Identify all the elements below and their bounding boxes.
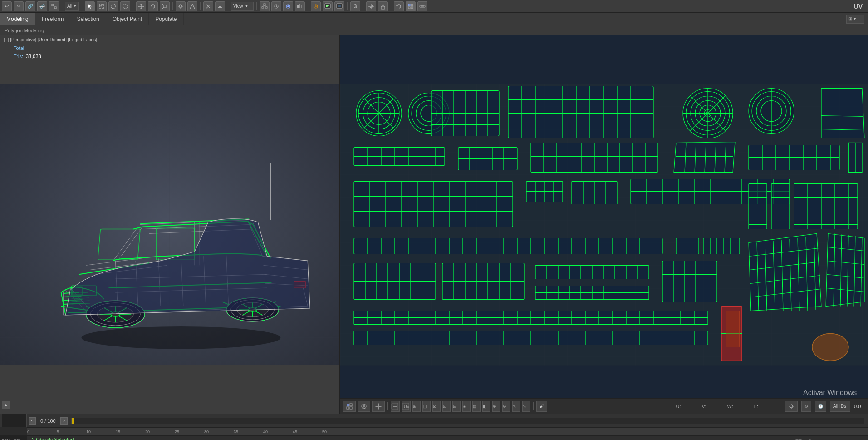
crosshair-button[interactable]	[366, 1, 376, 11]
utilities-button[interactable]	[295, 1, 305, 11]
transform-button[interactable]	[187, 1, 197, 11]
sep-uv3	[780, 402, 780, 410]
redo-button[interactable]: ↪	[14, 1, 24, 11]
svg-line-24	[192, 4, 195, 9]
uv-tool-4[interactable]: ◫	[422, 401, 431, 412]
uv-tool-8[interactable]: ◈	[462, 401, 471, 412]
tab-selection[interactable]: Selection	[70, 13, 106, 25]
refresh-button[interactable]	[394, 1, 404, 11]
ruler-15: 15	[116, 430, 120, 434]
svg-rect-298	[703, 238, 740, 254]
uv-tool-2[interactable]: UV	[402, 401, 411, 412]
uv-brush-btn[interactable]: 🖌	[536, 401, 547, 412]
sound-icon[interactable]: 🔊	[828, 439, 835, 440]
timeline-track[interactable]	[71, 418, 864, 424]
all-ids-button[interactable]: All IDs	[830, 401, 850, 412]
render-to-texture-button[interactable]	[334, 1, 344, 11]
circle-select-button[interactable]	[108, 1, 118, 11]
w-label: W:	[727, 404, 733, 409]
render-button[interactable]	[323, 1, 333, 11]
status-bar: SObject001.m Welcome to M 2 Objects Sele…	[0, 435, 868, 440]
tab-populate[interactable]: Populate	[149, 13, 183, 25]
rect-select-button[interactable]	[97, 1, 107, 11]
status-right: 🔒 🌐 🔊 5:26 PM	[785, 439, 868, 440]
mode-dropdown[interactable]: ⊞ ▼	[846, 15, 864, 24]
uv-tool-1[interactable]	[391, 401, 400, 412]
ruler-50: 50	[322, 430, 327, 434]
align-button[interactable]	[215, 1, 225, 11]
uv-tool-13[interactable]: ✎	[512, 401, 520, 412]
tools-button[interactable]	[417, 1, 427, 11]
grid-button[interactable]	[406, 1, 416, 11]
svg-marker-8	[140, 4, 142, 5]
l-label: L:	[754, 404, 758, 409]
move-button[interactable]	[136, 1, 146, 11]
lock-icon[interactable]: 🔒	[785, 439, 792, 440]
timeline-next-btn[interactable]: >	[60, 417, 68, 425]
network-icon[interactable]: 🌐	[818, 439, 825, 440]
unlink-button[interactable]: 🔗	[37, 1, 47, 11]
rotate-button[interactable]	[148, 1, 158, 11]
timeline-bar: < 0 / 100 >	[0, 414, 868, 427]
svg-marker-53	[396, 5, 398, 7]
display-button[interactable]	[283, 1, 293, 11]
uv-move-btn[interactable]	[372, 401, 385, 412]
uv-select-btn[interactable]	[343, 401, 356, 412]
undo-button[interactable]: ↩	[2, 1, 12, 11]
uv-tool-10[interactable]: ◧	[482, 401, 490, 412]
u-label: U:	[676, 404, 681, 409]
svg-rect-430	[350, 407, 352, 409]
uv-clock-btn[interactable]: 🕐	[815, 401, 826, 412]
uv-tool-12[interactable]: ⊖	[502, 401, 510, 412]
uv-tool-5[interactable]: ⊠	[432, 401, 441, 412]
hierarchy-button[interactable]	[260, 1, 270, 11]
tab-freeform[interactable]: Freeform	[35, 13, 71, 25]
uv-tool-9[interactable]: ▤	[472, 401, 481, 412]
lock-button[interactable]	[378, 1, 388, 11]
uv-settings-btn[interactable]	[785, 401, 798, 412]
sep11	[391, 2, 391, 10]
select-button[interactable]	[85, 1, 95, 11]
view-dropdown[interactable]: View ▼	[231, 2, 254, 11]
scale-button[interactable]	[160, 1, 170, 11]
svg-rect-29	[262, 7, 264, 8]
objects-selected-msg: 2 Objects Selected	[32, 437, 780, 440]
filter-dropdown[interactable]: All ▼	[65, 2, 79, 11]
left-viewport[interactable]: [+] [Perspective] [User Defined] [Edged …	[0, 35, 340, 414]
svg-rect-417	[794, 184, 858, 229]
link-button[interactable]: 🔗	[25, 1, 35, 11]
uv-tool-14[interactable]: ⤡	[522, 401, 530, 412]
sep3	[133, 2, 133, 10]
number3-button[interactable]: 3	[350, 1, 360, 11]
pivot-button[interactable]	[176, 1, 186, 11]
play-button[interactable]: ▶	[2, 401, 10, 409]
tab-object-paint[interactable]: Object Paint	[106, 13, 149, 25]
uv-tool-6[interactable]: ⊡	[442, 401, 451, 412]
motion-button[interactable]	[271, 1, 281, 11]
uv-sys-btn[interactable]: ⚙	[801, 401, 811, 412]
main-toolbar: ↩ ↪ 🔗 🔗 All ▼	[0, 0, 868, 13]
sep10	[363, 2, 363, 10]
mirror-button[interactable]	[203, 1, 213, 11]
ruler-5: 5	[57, 430, 59, 434]
filter-label: All	[67, 4, 72, 9]
timeline-prev-btn[interactable]: <	[29, 417, 36, 425]
render-setup-button[interactable]	[311, 1, 321, 11]
notification-icon[interactable]	[857, 439, 864, 440]
uv-tool-3[interactable]: ⊞	[412, 401, 421, 412]
polygon-modeling-bar: Polygon Modeling	[0, 25, 868, 35]
svg-rect-0	[52, 4, 54, 6]
ruler-40: 40	[263, 430, 268, 434]
svg-rect-27	[218, 7, 222, 8]
uv-corner-text: UV	[854, 3, 863, 10]
tab-modeling[interactable]: Modeling	[0, 13, 35, 25]
svg-rect-429	[350, 404, 352, 406]
lasso-select-button[interactable]	[120, 1, 130, 11]
svg-rect-54	[408, 4, 410, 6]
snap-button[interactable]	[49, 1, 59, 11]
grid-snap-icon[interactable]	[795, 439, 802, 440]
uv-mode-btn[interactable]	[358, 401, 370, 412]
uv-tool-7[interactable]: ⊟	[452, 401, 461, 412]
uv-tool-11[interactable]: ⊕	[492, 401, 500, 412]
uv-viewport[interactable]: Activar Windows Ve a Configuración para …	[340, 35, 868, 414]
